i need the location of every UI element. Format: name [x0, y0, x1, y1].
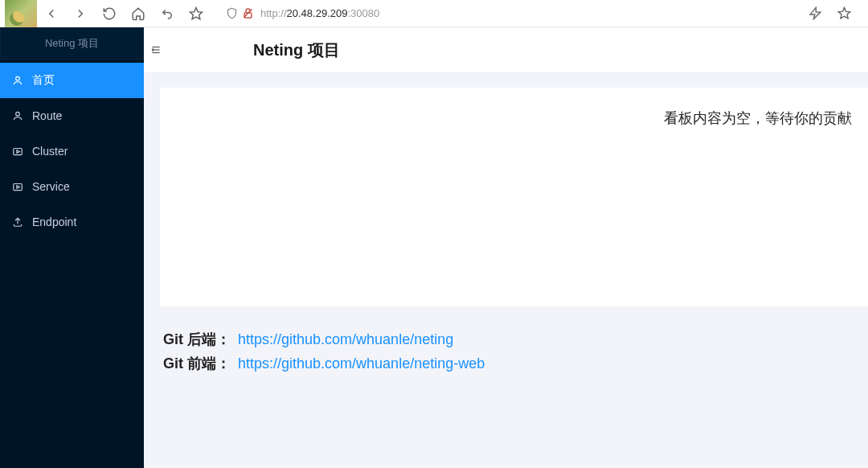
backend-link[interactable]: https://github.com/whuanle/neting — [238, 331, 453, 347]
undo-button[interactable] — [153, 0, 182, 27]
footer-links: Git 后端： https://github.com/whuanle/netin… — [160, 306, 868, 376]
home-button[interactable] — [124, 0, 153, 27]
viewport: Neting 项目 首页 Route Cluster — [0, 27, 868, 468]
frontend-link[interactable]: https://github.com/whuanle/neting-web — [238, 355, 485, 372]
svg-marker-0 — [190, 7, 203, 18]
frontend-label: Git 前端： — [163, 355, 231, 372]
svg-marker-8 — [17, 150, 19, 154]
favorite-star-button[interactable] — [829, 0, 858, 27]
camera-icon — [11, 146, 24, 157]
url-text: http://20.48.29.209:30080 — [260, 7, 379, 19]
sidebar-item-label: Route — [32, 109, 62, 122]
footer-backend-line: Git 后端： https://github.com/whuanle/netin… — [163, 327, 868, 351]
page-favicon — [5, 0, 37, 27]
lightning-icon[interactable] — [800, 0, 829, 27]
address-bar[interactable]: http://20.48.29.209:30080 — [217, 0, 800, 27]
svg-marker-10 — [17, 186, 19, 189]
sidebar-item-cluster[interactable]: Cluster — [0, 133, 144, 169]
back-button[interactable] — [37, 0, 66, 27]
page-title: Neting 项目 — [253, 41, 340, 59]
user-icon — [11, 110, 24, 121]
shield-icon — [223, 7, 240, 19]
content-area: Neting 项目 看板内容为空，等待你的贡献 Git 后端： https://… — [144, 27, 868, 468]
insecure-lock-icon — [240, 7, 256, 19]
sidebar-item-home[interactable]: 首页 — [0, 63, 144, 98]
content-header: Neting 项目 — [144, 27, 868, 73]
reload-button[interactable] — [95, 0, 124, 27]
sidebar-item-route[interactable]: Route — [0, 98, 144, 133]
svg-point-5 — [16, 76, 20, 80]
forward-button[interactable] — [66, 0, 95, 27]
bookmark-star-button[interactable] — [182, 0, 211, 27]
dashboard-panel: 看板内容为空，等待你的贡献 — [160, 88, 868, 306]
footer-frontend-line: Git 前端： https://github.com/whuanle/netin… — [163, 351, 868, 376]
sidebar: Neting 项目 首页 Route Cluster — [0, 27, 144, 468]
svg-rect-7 — [14, 149, 23, 155]
empty-state-text: 看板内容为空，等待你的贡献 — [664, 110, 852, 126]
camera-icon — [11, 181, 24, 192]
svg-point-6 — [16, 112, 20, 116]
sidebar-item-service[interactable]: Service — [0, 169, 144, 204]
svg-rect-9 — [14, 184, 23, 191]
sidebar-collapse-button[interactable] — [147, 41, 165, 59]
browser-toolbar: http://20.48.29.209:30080 — [0, 0, 868, 27]
sidebar-header: Neting 项目 — [0, 27, 144, 60]
backend-label: Git 后端： — [163, 331, 231, 347]
content-body: 看板内容为空，等待你的贡献 Git 后端： https://github.com… — [144, 73, 868, 468]
user-icon — [11, 75, 24, 86]
sidebar-item-label: 首页 — [32, 73, 55, 88]
svg-marker-3 — [810, 7, 821, 18]
toolbar-right-icons — [800, 0, 858, 27]
svg-marker-4 — [838, 7, 850, 18]
sidebar-item-label: Service — [32, 180, 70, 193]
sidebar-item-label: Endpoint — [32, 216, 76, 228]
upload-icon — [11, 216, 24, 228]
sidebar-item-label: Cluster — [32, 145, 68, 158]
sidebar-item-endpoint[interactable]: Endpoint — [0, 204, 144, 240]
sidebar-menu: 首页 Route Cluster Service — [0, 60, 144, 240]
app-title: Neting 项目 — [45, 36, 99, 51]
